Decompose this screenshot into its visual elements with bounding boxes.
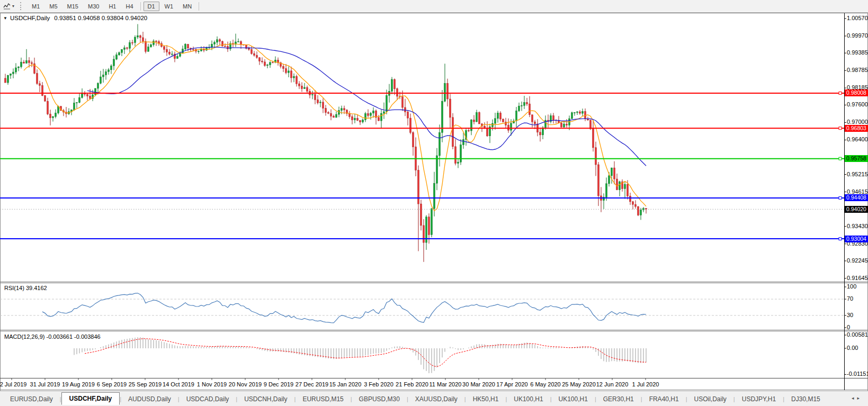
timeframe-button-d1[interactable]: D1	[144, 2, 159, 11]
chart-tab-uk100-h1[interactable]: UK100,H1	[507, 393, 550, 405]
chart-window	[0, 13, 868, 391]
chart-tab-xauusd-daily[interactable]: XAUUSD,Daily	[408, 393, 464, 405]
macd-axis-label: 0.00	[847, 345, 858, 351]
toolbar-separator	[199, 2, 199, 11]
macd-indicator-label: MACD(12,26,9) -0.003661 -0.003846	[4, 333, 101, 340]
tab-scroll-left-arrow[interactable]: ◂	[852, 395, 857, 401]
collapse-arrow-icon[interactable]: ▼	[3, 16, 7, 21]
chart-tab-usdjpy-h1[interactable]: USDJPY,H1	[735, 393, 783, 405]
timeframe-button-mn[interactable]: MN	[178, 2, 196, 11]
chart-tab-bar: EURUSD,Daily|USDCHF,Daily|AUDUSD,Daily|U…	[0, 391, 868, 406]
price-axis-label: 0.92245	[847, 257, 868, 264]
chart-tool-button[interactable]: ▾	[2, 2, 16, 11]
timeframe-button-m15[interactable]: M15	[63, 2, 83, 11]
chart-tab-ger30-h1[interactable]: GER30,H1	[596, 393, 641, 405]
price-axis-label: 0.93430	[847, 223, 868, 229]
chart-tab-usoil-daily[interactable]: USOil,Daily	[687, 393, 733, 405]
chart-tab-eurusd-daily[interactable]: EURUSD,Daily	[3, 393, 60, 405]
chart-tab-dj30-m15[interactable]: DJ30,M15	[784, 393, 827, 405]
macd-axis-label: -0.011514	[847, 371, 868, 377]
crosshair-chart-icon	[3, 3, 11, 10]
price-axis-label: 0.99970	[847, 32, 868, 39]
rsi-axis-label: 100	[847, 283, 856, 290]
price-level-badge[interactable]: 0.95758	[845, 155, 868, 162]
dropdown-arrow-icon: ▾	[12, 4, 14, 8]
timeframe-button-m5[interactable]: M5	[45, 2, 61, 11]
toolbar-grip[interactable]	[20, 2, 24, 10]
price-axis-label: 0.99385	[847, 49, 868, 56]
chart-ohlc-values: 0.93851 0.94058 0.93804 0.94020	[54, 15, 147, 21]
chart-tab-fra40-h1[interactable]: FRA40,H1	[642, 393, 686, 405]
chart-tab-eurusd-m15[interactable]: EURUSD,M15	[296, 393, 350, 405]
timeframe-buttons: M1M5M15M30H1H4D1W1MN	[27, 2, 201, 11]
date-axis-label: 1 Jul 2020	[626, 381, 665, 387]
price-level-badge[interactable]: 0.96803	[845, 125, 868, 132]
timeframe-button-m30[interactable]: M30	[84, 2, 103, 11]
chart-tab-usdcad-daily[interactable]: USDCAD,Daily	[180, 393, 236, 405]
rsi-axis-label: 70	[847, 295, 853, 302]
price-axis-label: 0.97000	[847, 119, 868, 125]
price-axis-label: 0.97600	[847, 101, 868, 107]
macd-axis-label: 0.005818	[847, 331, 868, 338]
tab-scroll-right-arrow[interactable]: ▸	[857, 395, 863, 401]
timeframe-button-w1[interactable]: W1	[160, 2, 178, 11]
chart-title: ▼USDCHF,Daily0.93851 0.94058 0.93804 0.9…	[3, 15, 147, 21]
timeframe-button-h1[interactable]: H1	[104, 2, 120, 11]
price-axis-label: 0.91645	[847, 275, 868, 281]
chart-tab-hk50-h1[interactable]: HK50,H1	[466, 393, 506, 405]
price-level-badge[interactable]: 0.98008	[845, 89, 868, 96]
rsi-axis-label: 0	[847, 324, 850, 330]
chart-tab-usdcnh-daily[interactable]: USDCNH,Daily	[237, 393, 294, 405]
chart-tab-audusd-daily[interactable]: AUDUSD,Daily	[121, 393, 178, 405]
chart-tab-usdchf-daily[interactable]: USDCHF,Daily	[61, 392, 120, 405]
toolbar-separator	[140, 2, 141, 11]
timeframe-button-h4[interactable]: H4	[121, 2, 137, 11]
current-price-badge: 0.94020	[845, 206, 868, 213]
price-level-badge[interactable]: 0.94408	[845, 194, 868, 201]
rsi-axis-label: 30	[847, 312, 853, 318]
price-axis-label: 0.94615	[847, 188, 868, 195]
chart-tab-gbpusd-m30[interactable]: GBPUSD,M30	[352, 393, 407, 405]
tab-scroll-arrows: ◂▸	[852, 395, 863, 401]
price-axis-label: 0.95215	[847, 171, 868, 177]
timeframe-button-m1[interactable]: M1	[28, 2, 44, 11]
price-axis-label: 0.96400	[847, 136, 868, 142]
rsi-indicator-label: RSI(14) 39.4162	[4, 285, 47, 291]
chart-tab-uk100-h1[interactable]: UK100,H1	[552, 393, 595, 405]
chart-symbol-label: USDCHF,Daily	[10, 15, 50, 21]
price-axis-label: 1.00570	[847, 15, 868, 21]
price-level-badge[interactable]: 0.93004	[845, 236, 868, 242]
top-toolbar: ▾ M1M5M15M30H1H4D1W1MN	[0, 0, 868, 13]
price-axis-label: 0.98785	[847, 67, 868, 73]
